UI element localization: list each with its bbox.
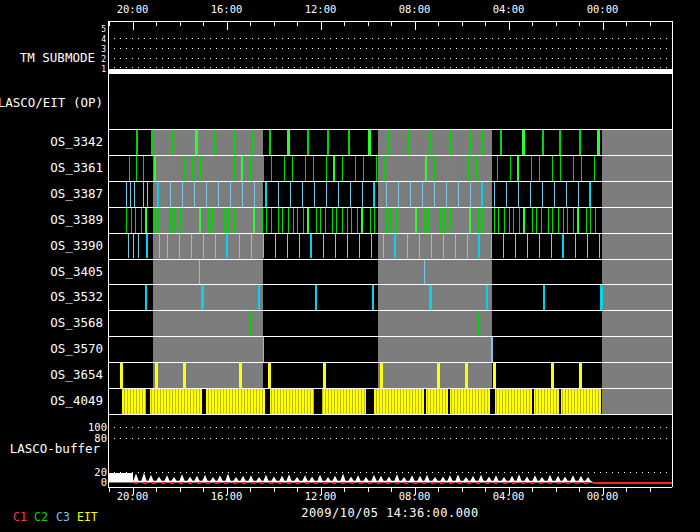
event-tick xyxy=(410,182,411,207)
row-label-OS_3342: OS_3342 xyxy=(50,129,103,155)
event-tick xyxy=(573,208,574,233)
event-tick xyxy=(532,208,533,233)
axis-tick-top xyxy=(180,22,181,26)
event-tick xyxy=(575,234,576,259)
event-tick xyxy=(434,156,435,181)
event-tick xyxy=(434,182,435,207)
event-tick xyxy=(396,208,397,233)
event-tick xyxy=(362,182,363,207)
event-tick xyxy=(384,156,385,181)
legend-EIT: EIT xyxy=(77,510,98,524)
event-tick xyxy=(478,234,480,259)
event-tick xyxy=(239,363,242,388)
event-tick xyxy=(157,182,159,207)
event-tick xyxy=(299,234,300,259)
axis-tick-top xyxy=(415,22,416,30)
buffer-ytick-label: 80 xyxy=(94,432,107,444)
event-tick xyxy=(217,208,218,233)
tm-gridline xyxy=(108,48,672,49)
event-tick xyxy=(431,234,432,259)
event-tick xyxy=(253,208,255,233)
event-tick xyxy=(478,208,479,233)
tm-ytick-label: 2 xyxy=(101,55,106,64)
event-tick xyxy=(213,156,214,181)
event-tick xyxy=(146,234,148,259)
event-tick xyxy=(413,156,414,181)
event-tick xyxy=(559,130,561,155)
event-tick xyxy=(327,130,329,155)
axis-tick-top xyxy=(133,22,134,30)
event-tick xyxy=(408,130,410,155)
event-tick xyxy=(278,208,279,233)
lasco-telemetry-timeline: TM SUBMODE LASCO/EIT (OP) LASCO-buffer 2… xyxy=(0,0,700,532)
event-tick xyxy=(147,182,148,207)
event-tick xyxy=(355,156,356,181)
event-tick xyxy=(386,182,387,207)
event-tick xyxy=(143,182,144,207)
event-tick xyxy=(578,182,579,207)
event-tick xyxy=(433,208,434,233)
activity-gap xyxy=(202,389,206,414)
event-tick xyxy=(226,234,228,259)
event-tick xyxy=(551,363,554,388)
event-tick xyxy=(579,363,582,388)
panel-border xyxy=(108,336,672,337)
tm-ytick-label: 5 xyxy=(101,25,106,34)
lasco-buffer-label: LASCO-buffer xyxy=(10,441,100,456)
event-tick xyxy=(405,208,406,233)
event-tick xyxy=(269,130,271,155)
event-tick xyxy=(128,234,129,259)
event-tick xyxy=(284,156,285,181)
event-tick xyxy=(566,182,567,207)
event-tick xyxy=(170,182,171,207)
event-tick xyxy=(278,182,279,207)
event-tick xyxy=(518,182,519,207)
event-tick xyxy=(250,311,251,336)
time-label-bottom: 12:00 xyxy=(291,490,351,502)
event-tick xyxy=(361,208,363,233)
row-label-OS_3570: OS_3570 xyxy=(50,336,103,362)
time-label-top: 08:00 xyxy=(385,3,445,15)
event-tick xyxy=(503,234,504,259)
panel-border xyxy=(108,310,672,311)
axis-line-bottom xyxy=(108,487,672,488)
event-tick xyxy=(305,156,306,181)
event-tick xyxy=(552,156,553,181)
axis-tick-top xyxy=(485,22,486,26)
panel-border xyxy=(108,284,672,285)
event-tick xyxy=(126,208,127,233)
event-tick xyxy=(447,156,448,181)
event-tick xyxy=(212,208,213,233)
event-tick xyxy=(513,208,514,233)
event-tick xyxy=(363,156,364,181)
time-label-bottom: 04:00 xyxy=(479,490,539,502)
event-tick xyxy=(595,208,596,233)
event-tick xyxy=(302,182,303,207)
event-tick xyxy=(470,182,471,207)
event-tick xyxy=(350,182,351,207)
event-tick xyxy=(191,234,192,259)
event-tick xyxy=(221,156,222,181)
event-tick xyxy=(510,156,511,181)
event-tick xyxy=(182,182,183,207)
event-tick xyxy=(208,208,209,233)
event-tick xyxy=(262,208,263,233)
axis-tick-top xyxy=(297,22,298,26)
event-tick xyxy=(215,234,216,259)
row-label-OS_3405: OS_3405 xyxy=(50,259,103,285)
event-tick xyxy=(560,156,561,181)
event-tick xyxy=(398,182,399,207)
event-tick xyxy=(347,234,348,259)
event-tick xyxy=(379,208,380,233)
lasco-eit-op-label: LASCO/EIT (OP) xyxy=(0,95,103,110)
event-tick xyxy=(326,182,327,207)
event-tick xyxy=(394,234,396,259)
axis-tick-top xyxy=(344,22,345,26)
axis-tick-top xyxy=(603,22,604,30)
event-tick xyxy=(494,182,495,207)
axis-tick-top xyxy=(250,22,251,26)
event-tick xyxy=(425,156,427,181)
axis-tick-top xyxy=(556,22,557,26)
activity-gap xyxy=(448,389,450,414)
event-tick xyxy=(600,285,603,310)
